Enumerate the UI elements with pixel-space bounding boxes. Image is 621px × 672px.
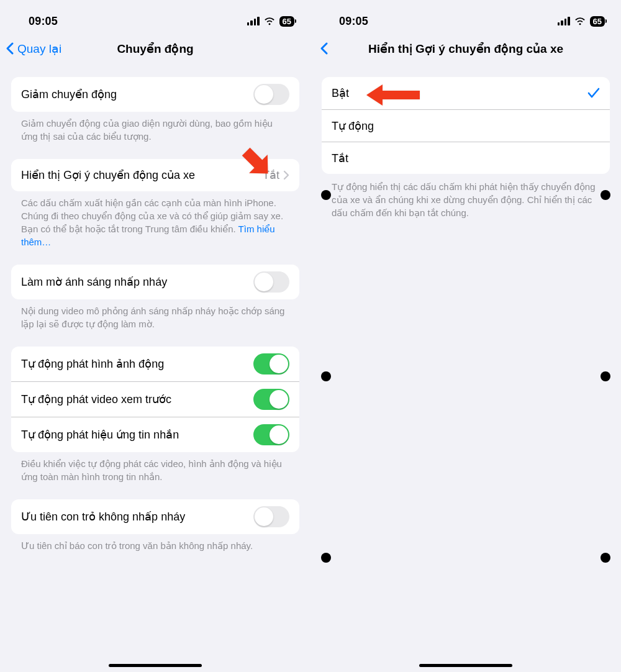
autoplay-group: Tự động phát hình ảnh động Tự động phát … (11, 347, 299, 452)
option-off-cell[interactable]: Tắt (322, 142, 610, 174)
page-title: Hiển thị Gợi ý chuyển động của xe (310, 42, 621, 56)
option-auto-label: Tự động (332, 119, 600, 133)
right-phone-screen: 09:05 65 Hiển thị Gợi ý chuyển động của … (310, 0, 621, 672)
battery-indicator: 65 (279, 16, 294, 27)
option-auto-cell[interactable]: Tự động (322, 109, 610, 142)
autoplay-images-switch[interactable] (253, 353, 289, 375)
autoplay-effects-cell[interactable]: Tự động phát hiệu ứng tin nhắn (11, 417, 299, 452)
autoplay-images-cell[interactable]: Tự động phát hình ảnh động (11, 347, 299, 381)
reduce-motion-footer: Giảm chuyển động của giao diện người dùn… (11, 112, 299, 143)
motion-cue-dot-icon (321, 190, 331, 200)
motion-cue-dot-icon (601, 553, 610, 563)
dim-flash-footer: Nội dung video mô phỏng ánh sáng nhấp nh… (11, 299, 299, 330)
battery-level: 65 (593, 17, 602, 26)
status-bar: 09:05 65 (310, 0, 621, 34)
options-group: Bật Tự động Tắt (322, 77, 610, 174)
content-area: Giảm chuyển động Giảm chuyển động của gi… (0, 63, 310, 672)
blink-cursor-footer: Ưu tiên chỉ báo con trỏ trong văn bản kh… (11, 534, 299, 552)
navigation-bar: Quay lại Chuyển động (0, 34, 310, 63)
reduce-motion-switch[interactable] (253, 84, 289, 105)
chevron-left-icon (319, 41, 330, 56)
status-time: 09:05 (339, 15, 368, 28)
chevron-left-icon (5, 41, 16, 56)
blink-cursor-cell[interactable]: Ưu tiên con trỏ không nhấp nháy (11, 499, 299, 534)
cellular-signal-icon (558, 17, 570, 25)
status-indicators: 65 (247, 16, 294, 27)
autoplay-footer: Điều khiển việc tự động phát các video, … (11, 452, 299, 483)
motion-cue-dot-icon (321, 371, 331, 381)
blink-cursor-label: Ưu tiên con trỏ không nhấp nháy (21, 510, 253, 524)
back-button[interactable] (315, 41, 330, 56)
autoplay-video-cell[interactable]: Tự động phát video xem trước (11, 381, 299, 417)
motion-cues-cell[interactable]: Hiển thị Gợi ý chuyển động của xe Tắt (11, 159, 299, 191)
status-bar: 09:05 65 (0, 0, 310, 34)
blink-cursor-switch[interactable] (253, 506, 289, 527)
motion-cue-dot-icon (601, 371, 610, 381)
option-off-label: Tắt (332, 152, 600, 165)
autoplay-images-label: Tự động phát hình ảnh động (21, 357, 253, 371)
status-indicators: 65 (558, 16, 605, 27)
dim-flash-cell[interactable]: Làm mờ ánh sáng nhấp nháy (11, 265, 299, 299)
reduce-motion-group: Giảm chuyển động (11, 77, 299, 112)
autoplay-video-switch[interactable] (253, 389, 289, 410)
reduce-motion-label: Giảm chuyển động (21, 88, 253, 101)
home-indicator[interactable] (109, 664, 202, 667)
navigation-bar: Hiển thị Gợi ý chuyển động của xe (310, 34, 621, 63)
motion-cues-value: Tắt (263, 168, 279, 182)
wifi-icon (263, 17, 276, 25)
option-on-cell[interactable]: Bật (322, 77, 610, 109)
dim-flash-switch[interactable] (253, 271, 289, 293)
autoplay-effects-switch[interactable] (253, 424, 289, 445)
dim-flash-group: Làm mờ ánh sáng nhấp nháy (11, 265, 299, 299)
back-label: Quay lại (17, 42, 61, 56)
content-area: Bật Tự động Tắt Tự động hiển thị các dấu… (310, 63, 621, 672)
motion-cues-footer: Các dấu chấm xuất hiện gần các cạnh của … (11, 191, 299, 248)
autoplay-video-label: Tự động phát video xem trước (21, 393, 253, 406)
option-on-label: Bật (332, 86, 587, 100)
cellular-signal-icon (247, 17, 260, 25)
motion-cues-label: Hiển thị Gợi ý chuyển động của xe (21, 168, 263, 182)
motion-cues-group: Hiển thị Gợi ý chuyển động của xe Tắt (11, 159, 299, 191)
motion-cue-dot-icon (321, 553, 331, 563)
battery-level: 65 (283, 17, 291, 26)
status-time: 09:05 (29, 15, 58, 28)
motion-cue-dot-icon (601, 190, 610, 200)
wifi-icon (574, 17, 586, 25)
chevron-right-icon (283, 170, 289, 180)
autoplay-effects-label: Tự động phát hiệu ứng tin nhắn (21, 428, 253, 442)
reduce-motion-cell[interactable]: Giảm chuyển động (11, 77, 299, 112)
dim-flash-label: Làm mờ ánh sáng nhấp nháy (21, 275, 253, 289)
blink-cursor-group: Ưu tiên con trỏ không nhấp nháy (11, 499, 299, 534)
back-button[interactable]: Quay lại (5, 41, 61, 56)
left-phone-screen: 09:05 65 Quay lại Chuyển động Giảm chuyể… (0, 0, 310, 672)
battery-indicator: 65 (590, 16, 605, 27)
checkmark-icon (587, 88, 600, 99)
options-footer: Tự động hiển thị các dấu chấm khi phát h… (322, 174, 610, 219)
home-indicator[interactable] (419, 664, 512, 667)
